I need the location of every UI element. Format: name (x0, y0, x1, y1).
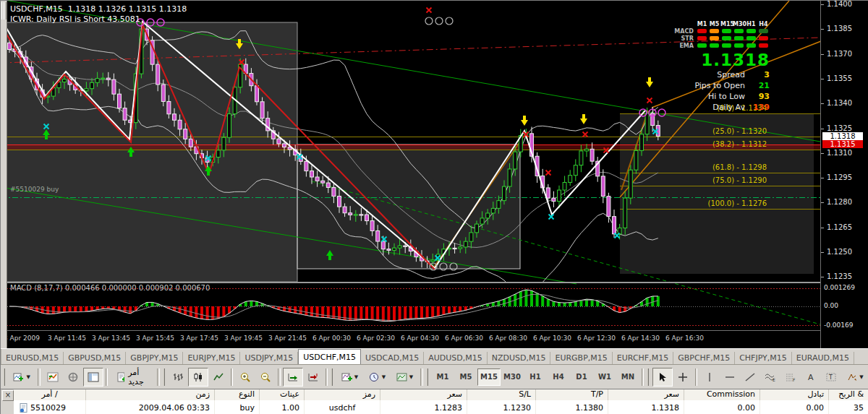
x-marker (427, 8, 432, 13)
chart-tab-eurchf[interactable]: EURCHF,M15 (613, 352, 673, 365)
toolbar-gripper[interactable] (427, 368, 430, 386)
toolbar-gripper[interactable] (647, 368, 650, 386)
bar-chart-button[interactable] (168, 368, 188, 387)
periods-button[interactable]: ▼ (363, 368, 391, 387)
chevron-down-icon: ▼ (26, 374, 30, 380)
auto-scroll-button[interactable] (283, 368, 303, 387)
chart-tab-eur[interactable]: EUR (854, 352, 868, 365)
new-chart-button[interactable]: ▼ (8, 368, 35, 387)
column-header-3[interactable]: عينات (260, 389, 305, 400)
column-header-0[interactable]: أمر / (14, 389, 86, 400)
chart-shift-button[interactable] (303, 368, 323, 387)
navigator-button[interactable] (63, 368, 83, 387)
toolbar-separator (157, 368, 159, 386)
chart-tab-euraud[interactable]: EURAUD,M15 (792, 352, 854, 365)
chart-tab-gbpusd[interactable]: GBPUSD,M15 (64, 352, 126, 365)
ind-status-cell (759, 36, 768, 40)
timeframe-button-m5[interactable]: M5 (454, 368, 477, 386)
multi-timeframe-indicator-panel: M1M5M15M30H1H4MACDSTREMA 1.1318 Spread3P… (671, 20, 770, 113)
timeframe-button-d1[interactable]: D1 (570, 368, 593, 386)
fibonacci-button[interactable]: F (780, 368, 801, 387)
price-axis[interactable]: 1.1318 1.1315 1.14001.13851.13701.13551.… (820, 1, 868, 348)
chart-tab-usdjpy[interactable]: USDJPY,M15 (240, 352, 298, 365)
column-header-1[interactable]: زمن (86, 389, 215, 400)
horizontal-line-button[interactable] (720, 368, 740, 387)
candlestick-chart-button[interactable] (188, 368, 208, 387)
timeframe-button-h4[interactable]: H4 (547, 368, 570, 386)
cursor-button[interactable] (652, 368, 673, 387)
zoom-in-button[interactable] (235, 368, 255, 387)
chart-tab-usdchf[interactable]: USDCHF,M15 (298, 349, 361, 365)
column-header-10[interactable]: تبادل (760, 389, 829, 400)
chart-tab-eurgbp[interactable]: EURGBP,M15 (550, 352, 612, 365)
line-chart-button[interactable] (208, 368, 229, 387)
down-arrow-marker (521, 116, 528, 126)
column-header-11[interactable]: الربح & (829, 389, 868, 400)
chart-tab-eurusd[interactable]: EURUSD,M15 (1, 352, 64, 365)
circle-marker (425, 17, 433, 25)
toolbar-separator (326, 368, 328, 386)
chart-plot[interactable]: USDCHF,M15 1.1318 1.1326 1.1315 1.1318 I… (1, 1, 820, 348)
zoom-out-button[interactable] (255, 368, 276, 387)
fib-label-25.0: (25.0) - 1.1320 (712, 127, 767, 135)
chart-tab-chfjpy[interactable]: CHFJPY,M15 (735, 352, 792, 365)
timeframe-button-w1[interactable]: W1 (593, 368, 616, 386)
toolbar-separator (695, 368, 697, 386)
market-watch-button[interactable] (43, 368, 63, 387)
chart-tab-eurjpy[interactable]: EURJPY,M15 (183, 352, 240, 365)
mt4-window: USDCHF,M15 1.1318 1.1326 1.1315 1.1318 I… (0, 0, 868, 414)
chart-tab-gbpchf[interactable]: GBPCHF,M15 (673, 352, 735, 365)
text-button[interactable]: A (801, 368, 821, 387)
chart-tab-audusd[interactable]: AUDUSD,M15 (424, 352, 488, 365)
toolbar-gripper[interactable] (4, 368, 7, 386)
time-axis[interactable]: 3 Apr 20093 Apr 11:453 Apr 13:453 Apr 15… (1, 330, 820, 349)
indicators-button[interactable]: ▼ (336, 368, 363, 387)
equidistant-channel-button[interactable]: E (760, 368, 780, 387)
chart-tab-gbpjpy[interactable]: GBPJPY,M15 (126, 352, 183, 365)
chart-tab-usdcad[interactable]: USDCAD,M15 (361, 352, 424, 365)
timeframe-button-m15[interactable]: M15 (477, 368, 501, 386)
price-tick-mark (821, 79, 824, 79)
chart-shaded-box (620, 113, 814, 274)
vertical-line-button[interactable] (699, 368, 720, 387)
timeframe-button-group: M1M5M15M30H1H4D1W1MN (431, 368, 639, 386)
timeframe-button-h1[interactable]: H1 (524, 368, 547, 386)
crosshair-button[interactable] (673, 368, 693, 387)
arrows-button[interactable]: ▼ (841, 368, 868, 387)
price-tick-mark (821, 178, 824, 178)
column-header-5[interactable]: سعر (380, 389, 467, 400)
fib-label-100.0: (100.0) - 1.1276 (708, 199, 767, 207)
macd-tick-label: 0.001269 (824, 284, 855, 291)
templates-button[interactable]: ▼ (391, 368, 418, 387)
ind-status-cell (722, 29, 731, 33)
bid-price-box: 1.1315 (822, 140, 863, 148)
column-header-7[interactable]: T/P (536, 389, 608, 400)
toolbar-gripper[interactable] (331, 368, 334, 386)
new-order-button[interactable]: أمر جديد (110, 368, 155, 387)
toolbar-gripper[interactable] (163, 368, 166, 386)
timeframe-button-m1[interactable]: M1 (431, 368, 454, 386)
order-row[interactable]: 55100292009.04.06 03:33buy1.00usdchf1.12… (14, 400, 868, 414)
order-cell-0: 5510029 (14, 400, 86, 414)
terminal-close-button[interactable]: × (2, 390, 14, 401)
column-header-4[interactable]: رمز (305, 389, 380, 400)
column-header-2[interactable]: النوع (215, 389, 260, 400)
trendline-button[interactable] (740, 368, 760, 387)
timeframe-button-m30[interactable]: M30 (501, 368, 524, 386)
column-header-9[interactable]: Commission (684, 389, 760, 400)
macd-tick-label: -0.00169 (824, 322, 853, 329)
timeframe-button-mn[interactable]: MN (616, 368, 639, 386)
time-axis-label: 6 Apr 12:30 (577, 335, 616, 342)
column-header-6[interactable]: S/L (467, 389, 536, 400)
terminal-panel: × أمر /زمنالنوععيناترمزسعرS/LT/PسعرCommi… (1, 389, 868, 414)
terminal-panel-button[interactable] (83, 368, 103, 387)
column-header-8[interactable]: سعر (608, 389, 684, 400)
ind-tf-header: M1 (696, 21, 708, 27)
chart-tab-nzdusd[interactable]: NZDUSD,M15 (488, 352, 551, 365)
text-label-button[interactable]: T (821, 368, 841, 387)
time-axis-label: 3 Apr 17:45 (180, 335, 218, 342)
order-cell-5: 1.1283 (380, 400, 467, 414)
orders-table-header[interactable]: أمر /زمنالنوععيناترمزسعرS/LT/PسعرCommiss… (14, 389, 868, 401)
price-tick-label: 1.1295 (827, 173, 852, 181)
chart-dock-gripper[interactable] (1, 1, 7, 348)
